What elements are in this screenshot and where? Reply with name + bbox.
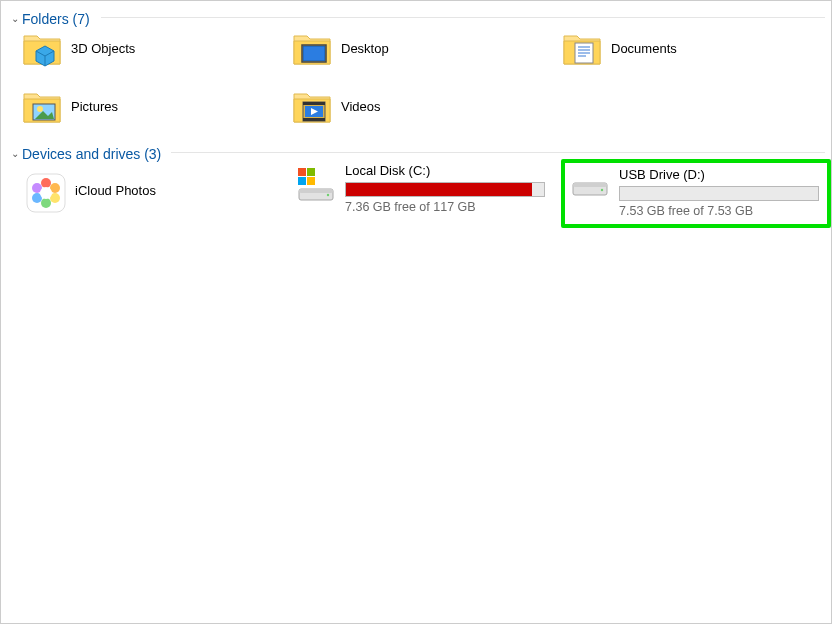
folder-3d-objects[interactable]: 3D Objects bbox=[21, 24, 291, 72]
hard-drive-icon bbox=[569, 167, 611, 209]
svg-point-19 bbox=[41, 178, 51, 188]
folder-icon bbox=[291, 85, 333, 127]
drive-capacity-fill bbox=[346, 183, 532, 196]
svg-rect-13 bbox=[303, 102, 325, 105]
svg-rect-31 bbox=[299, 189, 333, 193]
svg-rect-27 bbox=[307, 168, 315, 176]
svg-point-35 bbox=[601, 189, 603, 191]
hard-drive-icon bbox=[295, 163, 337, 205]
icloud-photos-icon bbox=[25, 172, 67, 214]
svg-rect-2 bbox=[303, 46, 325, 61]
svg-point-25 bbox=[40, 187, 52, 199]
folder-icon bbox=[291, 27, 333, 69]
divider bbox=[171, 152, 825, 153]
drive-capacity-bar bbox=[619, 186, 819, 201]
drive-capacity-bar bbox=[345, 182, 545, 197]
folder-label: Desktop bbox=[341, 41, 389, 56]
svg-point-32 bbox=[327, 194, 329, 196]
folder-videos[interactable]: Videos bbox=[291, 82, 561, 130]
drive-icloud-photos[interactable]: iCloud Photos bbox=[21, 159, 291, 228]
folder-desktop[interactable]: Desktop bbox=[291, 24, 561, 72]
chevron-down-icon: ⌄ bbox=[11, 148, 19, 159]
divider bbox=[101, 17, 825, 18]
folder-pictures[interactable]: Pictures bbox=[21, 82, 291, 130]
svg-point-22 bbox=[41, 198, 51, 208]
drive-status: 7.36 GB free of 117 GB bbox=[345, 200, 555, 214]
folder-icon bbox=[21, 27, 63, 69]
svg-rect-29 bbox=[307, 177, 315, 185]
folder-documents[interactable]: Documents bbox=[561, 24, 831, 72]
drive-label: USB Drive (D:) bbox=[619, 167, 821, 182]
folder-icon bbox=[21, 85, 63, 127]
folder-label: Pictures bbox=[71, 99, 118, 114]
svg-rect-26 bbox=[298, 168, 306, 176]
drive-label: iCloud Photos bbox=[75, 183, 285, 198]
folders-section-header[interactable]: ⌄ Folders (7) bbox=[1, 1, 831, 31]
drive-status: 7.53 GB free of 7.53 GB bbox=[619, 204, 821, 218]
folder-label: Documents bbox=[611, 41, 677, 56]
chevron-down-icon: ⌄ bbox=[11, 13, 19, 24]
svg-point-10 bbox=[37, 106, 43, 112]
svg-rect-34 bbox=[573, 183, 607, 187]
svg-rect-28 bbox=[298, 177, 306, 185]
folders-section-title: Folders (7) bbox=[22, 11, 90, 27]
drive-local-disk-c[interactable]: Local Disk (C:) 7.36 GB free of 117 GB bbox=[291, 159, 561, 228]
drive-usb-drive-d[interactable]: USB Drive (D:) 7.53 GB free of 7.53 GB bbox=[561, 159, 831, 228]
drives-section-header[interactable]: ⌄ Devices and drives (3) bbox=[1, 136, 831, 166]
folder-label: 3D Objects bbox=[71, 41, 135, 56]
drives-section-title: Devices and drives (3) bbox=[22, 146, 161, 162]
folder-label: Videos bbox=[341, 99, 381, 114]
folder-icon bbox=[561, 27, 603, 69]
folders-grid: 3D Objects Desktop Docume bbox=[1, 18, 831, 136]
svg-rect-14 bbox=[303, 118, 325, 121]
